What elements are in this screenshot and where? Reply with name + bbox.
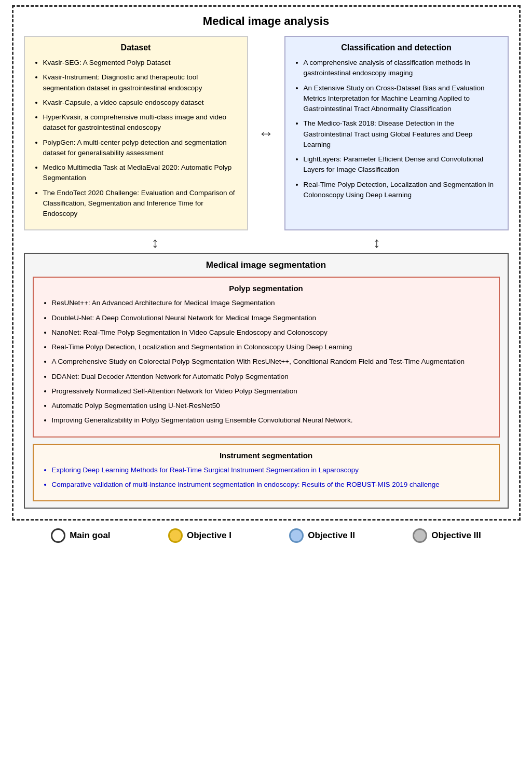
list-item: Kvasir-Instrument: Diagnostic and therap… bbox=[43, 72, 239, 93]
top-section: Dataset Kvasir-SEG: A Segmented Polyp Da… bbox=[24, 36, 509, 230]
polyp-list: ResUNet++: An Advanced Architecture for … bbox=[42, 298, 491, 426]
list-item: Exploring Deep Learning Methods for Real… bbox=[52, 465, 491, 475]
list-item: An Extensive Study on Cross-Dataset Bias… bbox=[304, 83, 500, 115]
list-item: Kvasir-SEG: A Segmented Polyp Dataset bbox=[43, 58, 239, 68]
legend-objective-3: Objective III bbox=[413, 528, 481, 543]
list-item: Real-Time Polyp Detection, Localization … bbox=[304, 180, 500, 201]
legend-row: Main goal Objective I Objective II Objec… bbox=[12, 521, 521, 545]
polyp-title: Polyp segmentation bbox=[42, 284, 491, 293]
legend-objective-2: Objective II bbox=[289, 528, 355, 543]
list-item: DoubleU-Net: A Deep Convolutional Neural… bbox=[52, 313, 491, 323]
list-item: The Medico-Task 2018: Disease Detection … bbox=[304, 118, 500, 150]
polyp-box: Polyp segmentation ResUNet++: An Advance… bbox=[33, 277, 500, 437]
segmentation-outer: Medical image segmentation Polyp segment… bbox=[24, 253, 509, 509]
legend-main-goal: Main goal bbox=[51, 528, 110, 543]
classification-title: Classification and detection bbox=[293, 43, 500, 52]
legend-circle-obj2 bbox=[289, 528, 304, 543]
list-item: DDANet: Dual Decoder Attention Network f… bbox=[52, 372, 491, 382]
list-item: Real-Time Polyp Detection, Localization … bbox=[52, 342, 491, 352]
list-item: A comprehensive analysis of classificati… bbox=[304, 58, 500, 79]
legend-label-main-goal: Main goal bbox=[70, 530, 110, 541]
classification-box: Classification and detection A comprehen… bbox=[284, 36, 509, 230]
list-item: Kvasir-Capsule, a video capsule endoscop… bbox=[43, 98, 239, 108]
classification-list: A comprehensive analysis of classificati… bbox=[293, 58, 500, 200]
legend-circle-main-goal bbox=[51, 528, 65, 543]
list-item: Progressively Normalized Self-Attention … bbox=[52, 386, 491, 397]
list-item: Medico Multimedia Task at MediaEval 2020… bbox=[43, 162, 239, 184]
outer-container: Medical image analysis Dataset Kvasir-SE… bbox=[12, 5, 521, 521]
v-arrows-row: ↕ ↕ bbox=[24, 236, 509, 250]
down-arrow-left: ↕ bbox=[152, 236, 159, 250]
legend-label-obj1: Objective I bbox=[187, 530, 231, 541]
list-item: Improving Generalizability in Polyp Segm… bbox=[52, 415, 491, 426]
list-item: NanoNet: Real-Time Polyp Segmentation in… bbox=[52, 327, 491, 338]
list-item: PolypGen: A multi-center polyp detection… bbox=[43, 138, 239, 159]
list-item: A Comprehensive Study on Colorectal Poly… bbox=[52, 357, 491, 367]
down-arrow-right: ↕ bbox=[373, 236, 380, 250]
main-title: Medical image analysis bbox=[24, 15, 509, 28]
instrument-box: Instrument segmentation Exploring Deep L… bbox=[33, 444, 500, 502]
list-item: Comparative validation of multi-instance… bbox=[52, 480, 491, 490]
legend-circle-obj1 bbox=[168, 528, 183, 543]
dataset-box: Dataset Kvasir-SEG: A Segmented Polyp Da… bbox=[24, 36, 248, 230]
legend-label-obj3: Objective III bbox=[431, 530, 481, 541]
list-item: ResUNet++: An Advanced Architecture for … bbox=[52, 298, 491, 308]
list-item: HyperKvasir, a comprehensive multi-class… bbox=[43, 112, 239, 133]
dataset-title: Dataset bbox=[33, 43, 239, 52]
instrument-list: Exploring Deep Learning Methods for Real… bbox=[42, 465, 491, 490]
legend-circle-obj3 bbox=[413, 528, 427, 543]
horizontal-arrow: ↔ bbox=[258, 125, 274, 142]
legend-objective-1: Objective I bbox=[168, 528, 231, 543]
seg-main-title: Medical image segmentation bbox=[33, 260, 500, 270]
dataset-list: Kvasir-SEG: A Segmented Polyp Dataset Kv… bbox=[33, 58, 239, 219]
list-item: Automatic Polyp Segmentation using U-Net… bbox=[52, 401, 491, 411]
instrument-title: Instrument segmentation bbox=[42, 451, 491, 460]
list-item: The EndoTect 2020 Challenge: Evaluation … bbox=[43, 188, 239, 220]
list-item: LightLayers: Parameter Efficient Dense a… bbox=[304, 154, 500, 175]
legend-label-obj2: Objective II bbox=[308, 530, 355, 541]
